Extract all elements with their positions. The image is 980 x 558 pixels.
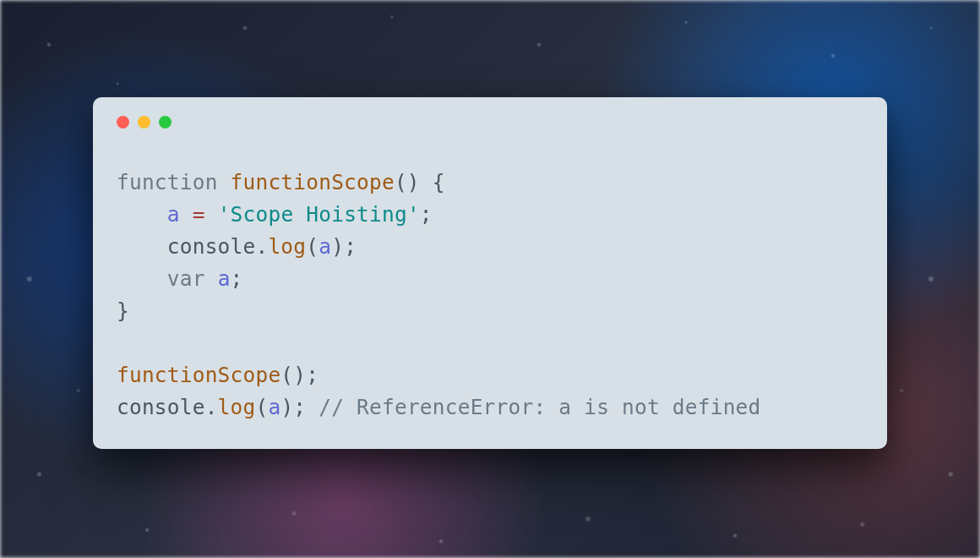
indent [117,202,167,227]
punct: ; [420,202,433,227]
object-console: console [117,395,205,419]
minimize-button[interactable] [138,116,150,129]
variable-a: a [218,266,231,291]
string-literal: 'Scope Hoisting' [218,202,420,227]
indent [117,234,167,259]
punct: . [255,234,268,259]
comment: // ReferenceError: a is not defined [318,395,760,419]
space [306,395,318,419]
punct: ( [255,395,268,419]
maximize-button[interactable] [159,116,172,129]
window-titlebar [117,116,863,129]
punct: () { [395,170,445,194]
keyword-var: var [167,266,205,291]
punct: ( [306,234,318,259]
close-button[interactable] [117,116,129,129]
variable-a: a [318,234,331,259]
code-block: function functionScope() { a = 'Scope Ho… [117,167,863,424]
punct: ; [231,266,243,291]
variable-a: a [268,395,280,419]
punct: ); [331,234,357,259]
function-call: functionScope [117,363,280,387]
punct: . [205,395,218,419]
operator-assign: = [180,202,218,227]
code-window: function functionScope() { a = 'Scope Ho… [93,97,887,449]
function-name: functionScope [231,170,395,194]
method-log: log [268,234,306,259]
space [205,266,218,291]
variable-a: a [167,202,180,227]
indent [117,266,167,291]
brace-close: } [117,298,129,323]
punct: (); [280,363,318,387]
punct: ); [280,395,306,419]
object-console: console [167,234,256,259]
method-log: log [218,395,256,419]
keyword-function: function [117,170,218,194]
